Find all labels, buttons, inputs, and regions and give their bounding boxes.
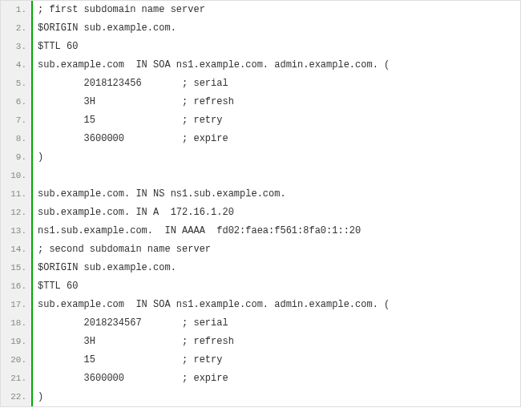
code-line: 18. 2018234567 ; serial: [1, 314, 520, 333]
code-content[interactable]: ; first subdomain name server: [33, 1, 205, 19]
line-number: 22.: [1, 388, 33, 406]
line-number: 2.: [1, 19, 33, 38]
code-content[interactable]: ns1.sub.example.com. IN AAAA fd02:faea:f…: [33, 222, 361, 240]
code-content[interactable]: ; second subdomain name server: [33, 240, 211, 259]
line-number: 17.: [1, 296, 33, 314]
code-line: 16. $TTL 60: [1, 277, 520, 296]
line-number: 14.: [1, 240, 33, 259]
code-content[interactable]: 3H ; refresh: [33, 333, 234, 351]
code-line: 21. 3600000 ; expire: [1, 370, 520, 388]
code-line: 10.: [1, 167, 520, 185]
code-content[interactable]: 15 ; retry: [33, 111, 222, 130]
line-number: 9.: [1, 148, 33, 167]
line-number: 18.: [1, 314, 33, 333]
line-number: 1.: [1, 1, 33, 19]
line-number: 11.: [1, 185, 33, 204]
code-line: 12. sub.example.com. IN A 172.16.1.20: [1, 204, 520, 222]
line-number: 16.: [1, 277, 33, 296]
code-line: 15. $ORIGIN sub.example.com.: [1, 259, 520, 277]
line-number: 8.: [1, 130, 33, 148]
line-number: 3.: [1, 38, 33, 56]
line-number: 10.: [1, 167, 33, 185]
code-content[interactable]: 2018123456 ; serial: [33, 75, 228, 93]
code-line: 8. 3600000 ; expire: [1, 130, 520, 148]
line-number: 13.: [1, 222, 33, 240]
line-number: 6.: [1, 93, 33, 111]
code-content[interactable]: $TTL 60: [33, 277, 78, 296]
code-content[interactable]: 2018234567 ; serial: [33, 314, 228, 333]
code-content[interactable]: sub.example.com IN SOA ns1.example.com. …: [33, 296, 390, 314]
code-line: 1. ; first subdomain name server: [1, 1, 520, 19]
code-content[interactable]: 3600000 ; expire: [33, 130, 228, 148]
line-number: 19.: [1, 333, 33, 351]
line-number: 12.: [1, 204, 33, 222]
code-content[interactable]: 3600000 ; expire: [33, 370, 228, 388]
code-line: 2. $ORIGIN sub.example.com.: [1, 19, 520, 38]
code-line: 11. sub.example.com. IN NS ns1.sub.examp…: [1, 185, 520, 204]
code-line: 17. sub.example.com IN SOA ns1.example.c…: [1, 296, 520, 314]
code-content[interactable]: sub.example.com. IN A 172.16.1.20: [33, 204, 234, 222]
line-number: 5.: [1, 75, 33, 93]
code-line: 4. sub.example.com IN SOA ns1.example.co…: [1, 56, 520, 75]
line-number: 4.: [1, 56, 33, 75]
code-content[interactable]: $ORIGIN sub.example.com.: [33, 19, 176, 38]
code-content[interactable]: $TTL 60: [33, 38, 78, 56]
line-number: 21.: [1, 370, 33, 388]
code-line: 3. $TTL 60: [1, 38, 520, 56]
code-line: 22. ): [1, 388, 520, 406]
code-line: 14. ; second subdomain name server: [1, 240, 520, 259]
code-content[interactable]: ): [33, 148, 43, 167]
code-content[interactable]: 15 ; retry: [33, 351, 222, 370]
code-line: 19. 3H ; refresh: [1, 333, 520, 351]
code-line: 7. 15 ; retry: [1, 111, 520, 130]
code-content[interactable]: sub.example.com. IN NS ns1.sub.example.c…: [33, 185, 286, 204]
code-content[interactable]: ): [33, 388, 43, 406]
code-content[interactable]: sub.example.com IN SOA ns1.example.com. …: [33, 56, 390, 75]
code-line: 13. ns1.sub.example.com. IN AAAA fd02:fa…: [1, 222, 520, 240]
code-content[interactable]: 3H ; refresh: [33, 93, 234, 111]
code-line: 20. 15 ; retry: [1, 351, 520, 370]
code-content[interactable]: $ORIGIN sub.example.com.: [33, 259, 176, 277]
line-number: 7.: [1, 111, 33, 130]
code-line: 9. ): [1, 148, 520, 167]
code-line: 6. 3H ; refresh: [1, 93, 520, 111]
code-editor[interactable]: 1. ; first subdomain name server 2. $ORI…: [0, 0, 521, 407]
line-number: 15.: [1, 259, 33, 277]
code-content[interactable]: [33, 167, 38, 185]
code-line: 5. 2018123456 ; serial: [1, 75, 520, 93]
line-number: 20.: [1, 351, 33, 370]
